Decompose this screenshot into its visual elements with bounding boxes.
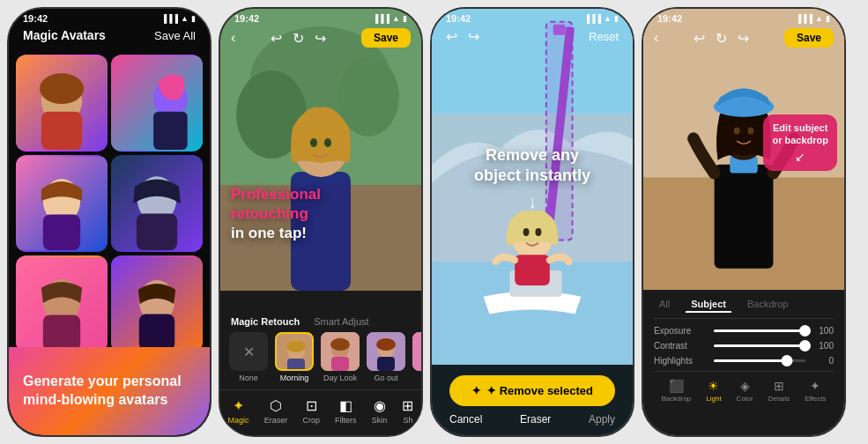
- tab-magic-retouch[interactable]: Magic Retouch: [231, 316, 300, 327]
- avatar-grid: [16, 55, 203, 352]
- color-icon: ◈: [740, 379, 750, 393]
- eraser-action[interactable]: Eraser: [520, 413, 551, 426]
- svg-point-63: [747, 127, 753, 134]
- redo-icon-2[interactable]: ↻: [293, 30, 304, 47]
- filters-label: Filters: [335, 416, 357, 425]
- status-icons-4: ▐▐▐ ▲ ▮: [796, 14, 830, 23]
- remove-selected-button[interactable]: ✦ ✦ Remove selected: [449, 375, 615, 406]
- phone3-top-nav: ↩ ↪ Reset: [432, 26, 633, 47]
- svg-rect-9: [43, 215, 80, 250]
- back-icon-2[interactable]: ‹: [231, 30, 235, 46]
- arrow-overlay: ↙: [772, 150, 828, 164]
- crop-icon: ⊡: [306, 397, 317, 414]
- remove-icon: ✦: [471, 384, 481, 397]
- avatar-cell-2[interactable]: [111, 55, 203, 152]
- highlights-fill: [714, 359, 787, 362]
- reset-button[interactable]: Reset: [589, 30, 619, 43]
- tab-all[interactable]: All: [654, 297, 675, 313]
- sh-label: Sh: [403, 416, 412, 425]
- phone2-screen: 19:42 ▐▐▐ ▲ ▮ ‹ ↩ ↻ ↪ Save: [220, 9, 421, 435]
- icon-light-4[interactable]: ☀ Light: [706, 379, 721, 403]
- icon-eraser[interactable]: ⬡ Eraser: [264, 397, 288, 425]
- status-bar-3: 19:42 ▐▐▐ ▲ ▮: [432, 9, 633, 28]
- preset-glam[interactable]: Glam: [412, 332, 421, 382]
- banner-text: Generate your personal mind-blowing avat…: [23, 373, 196, 410]
- exposure-track[interactable]: [714, 329, 805, 332]
- preset-morning[interactable]: Morning: [275, 332, 314, 382]
- phone4-top-nav: ‹ ↩ ↻ ↪ Save: [643, 26, 844, 49]
- phone2-bottom-icons: ✦ Magic ⬡ Eraser ⊡ Crop ◧ Filters: [220, 389, 421, 425]
- avatar-cell-6[interactable]: [111, 255, 203, 352]
- save-button-2[interactable]: Save: [361, 28, 411, 48]
- retouch-photo: [220, 9, 421, 291]
- phone4-bottom-panel: All Subject Backdrop Exposure 100 Contra…: [643, 290, 844, 435]
- avatar-cell-3[interactable]: [16, 155, 108, 252]
- back-icon-4[interactable]: ‹: [654, 30, 658, 46]
- undo-icon-3[interactable]: ↩: [446, 28, 457, 45]
- icon-filters[interactable]: ◧ Filters: [335, 397, 357, 425]
- eraser-icon: ⬡: [270, 397, 282, 414]
- backdrop-label: Backdrop: [661, 395, 691, 403]
- nav-icons-group-2: ↩ ↻ ↪: [271, 30, 326, 47]
- sh-icon: ⊞: [402, 397, 413, 414]
- phone-edit-subject: 19:42 ▐▐▐ ▲ ▮ ‹ ↩ ↻ ↪ Save Edit subj: [642, 7, 846, 437]
- svg-point-27: [324, 138, 331, 147]
- avatar-cell-1[interactable]: [16, 55, 108, 152]
- wifi-icon-4: ▲: [815, 14, 823, 23]
- tab-smart-adjust[interactable]: Smart Adjust: [314, 316, 368, 327]
- filters-icon: ◧: [339, 397, 352, 414]
- preset-daylook[interactable]: Day Look: [321, 332, 360, 382]
- signal-icon: ▐▐▐: [161, 14, 178, 23]
- remove-btn-label: ✦ Remove selected: [486, 384, 593, 397]
- phones-container: 19:42 ▐▐▐ ▲ ▮ Magic Avatars Save All: [0, 0, 868, 444]
- icon-magic[interactable]: ✦ Magic: [228, 397, 249, 425]
- cancel-action[interactable]: Cancel: [449, 413, 482, 426]
- svg-point-62: [734, 127, 740, 134]
- undo-icon-4[interactable]: ↩: [694, 30, 705, 47]
- phone3-nav-left: ↩ ↪: [446, 28, 479, 45]
- icon-crop[interactable]: ⊡ Crop: [302, 397, 320, 425]
- forward-icon-2[interactable]: ↪: [315, 30, 326, 47]
- nav-icons-group-4: ↩ ↻ ↪: [694, 30, 749, 47]
- icon-backdrop-4[interactable]: ⬛ Backdrop: [661, 379, 691, 403]
- tab-subject[interactable]: Subject: [686, 297, 731, 313]
- apply-action[interactable]: Apply: [589, 413, 615, 426]
- preset-none[interactable]: ✕ None: [229, 332, 268, 382]
- save-all-button[interactable]: Save All: [154, 29, 196, 42]
- tab-backdrop[interactable]: Backdrop: [742, 297, 793, 313]
- forward-icon-4[interactable]: ↪: [738, 30, 749, 47]
- highlights-track[interactable]: [714, 359, 805, 362]
- svg-rect-31: [287, 359, 305, 371]
- wifi-icon: ▲: [181, 14, 189, 23]
- avatar-cell-4[interactable]: [111, 155, 203, 252]
- battery-icon-4: ▮: [826, 14, 830, 23]
- svg-rect-39: [377, 357, 395, 371]
- icon-sh[interactable]: ⊞ Sh: [402, 397, 413, 425]
- icon-color-4[interactable]: ◈ Color: [737, 379, 753, 403]
- preset-goout[interactable]: Go out: [367, 332, 405, 382]
- save-button-4[interactable]: Save: [784, 28, 834, 48]
- exposure-value: 100: [812, 326, 834, 336]
- svg-point-26: [310, 138, 317, 147]
- avatar-cell-5[interactable]: [16, 255, 108, 352]
- arrow-down: ↓: [439, 192, 626, 212]
- icon-skin[interactable]: ◉ Skin: [372, 397, 388, 425]
- icon-details-4[interactable]: ⊞ Details: [768, 379, 790, 403]
- redo2-icon-4[interactable]: ↻: [716, 30, 727, 47]
- crop-label: Crop: [302, 416, 320, 425]
- wifi-icon-2: ▲: [392, 14, 400, 23]
- status-time-4: 19:42: [657, 13, 682, 24]
- status-bar-2: 19:42 ▐▐▐ ▲ ▮: [220, 9, 421, 28]
- status-icons-1: ▐▐▐ ▲ ▮: [161, 14, 196, 23]
- status-bar-4: 19:42 ▐▐▐ ▲ ▮: [643, 9, 844, 28]
- phone-magic-avatars: 19:42 ▐▐▐ ▲ ▮ Magic Avatars Save All: [7, 7, 211, 437]
- undo-icon-2[interactable]: ↩: [271, 30, 282, 47]
- redo-icon-3[interactable]: ↪: [468, 28, 479, 45]
- highlights-value: 0: [812, 356, 834, 366]
- exposure-thumb: [799, 325, 811, 337]
- contrast-track[interactable]: [714, 344, 805, 347]
- icon-effects-4[interactable]: ✦ Effects: [805, 379, 826, 403]
- highlights-label: Highlights: [654, 356, 707, 366]
- signal-icon-2: ▐▐▐: [373, 14, 389, 23]
- svg-point-2: [40, 73, 84, 104]
